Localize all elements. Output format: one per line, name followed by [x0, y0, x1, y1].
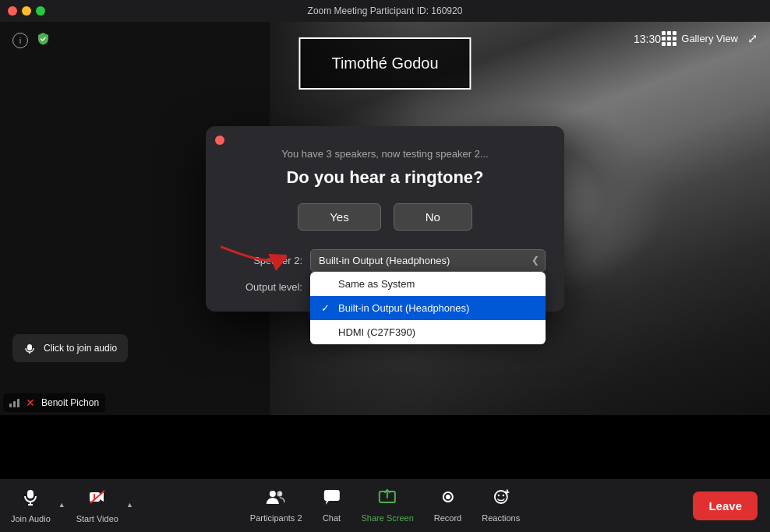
toolbar: Join Audio ▲ Start Video ▲: [0, 479, 770, 532]
audio-test-dialog: You have 3 speakers, now testing speaker…: [206, 126, 564, 312]
chat-label: Chat: [323, 513, 341, 523]
dropdown-item-builtin[interactable]: ✓ Built-in Output (Headphones): [310, 296, 546, 320]
participants-count: 2: [297, 513, 302, 523]
audio-popup[interactable]: Click to join audio: [12, 334, 128, 362]
output-label: Output level:: [224, 281, 302, 293]
start-video-label: Start Video: [76, 514, 118, 523]
svg-point-18: [502, 495, 503, 496]
dialog-close-dot[interactable]: [215, 136, 224, 145]
reactions-icon: [492, 488, 510, 510]
video-icon: [88, 488, 107, 511]
signal-bar-2: [13, 401, 16, 407]
dropdown-item-hdmi[interactable]: HDMI (C27F390): [310, 320, 546, 344]
dialog-buttons: Yes No: [224, 203, 546, 231]
participants-button[interactable]: 2 Participants 2: [242, 482, 310, 529]
svg-text:2: 2: [279, 491, 282, 496]
svg-point-16: [495, 491, 507, 503]
svg-point-9: [270, 491, 276, 497]
record-icon: [439, 488, 457, 510]
leave-button[interactable]: Leave: [693, 491, 758, 520]
user-display-name: Benoit Pichon: [41, 397, 99, 408]
share-screen-button[interactable]: Share Screen: [354, 482, 422, 529]
dialog-title: Do you hear a ringtone?: [224, 167, 546, 188]
toolbar-right: Leave: [693, 491, 758, 520]
share-screen-icon: [378, 488, 397, 510]
speaker-dropdown[interactable]: Same as System ✓ Built-in Output (Headph…: [310, 272, 546, 344]
join-audio-group: Join Audio ▲: [3, 481, 65, 530]
signal-bar-1: [9, 403, 12, 407]
checkmark-selected: ✓: [321, 302, 332, 314]
title-bar: Zoom Meeting Participant ID: 160920: [0, 0, 770, 22]
join-audio-button[interactable]: Join Audio: [3, 481, 58, 530]
signal-bars: [9, 399, 19, 407]
dropdown-option-2: Built-in Output (Headphones): [338, 302, 469, 314]
svg-rect-1: [27, 344, 32, 351]
participants-label: Participants 2: [250, 513, 302, 523]
join-audio-label: Join Audio: [11, 514, 51, 523]
no-button[interactable]: No: [394, 203, 472, 231]
svg-rect-3: [27, 490, 34, 499]
toolbar-left: Join Audio ▲ Start Video ▲: [3, 481, 133, 530]
svg-rect-12: [324, 490, 340, 501]
start-video-button[interactable]: Start Video: [69, 481, 126, 530]
audio-popup-icon: [23, 342, 36, 354]
yes-button[interactable]: Yes: [298, 203, 380, 231]
window-title: Zoom Meeting Participant ID: 160920: [308, 5, 463, 16]
speaker-select-display[interactable]: Built-in Output (Headphones): [310, 249, 546, 272]
chat-icon: [323, 488, 341, 510]
reactions-button[interactable]: Reactions: [474, 482, 528, 529]
reactions-label: Reactions: [482, 513, 520, 523]
share-screen-label: Share Screen: [362, 513, 414, 523]
start-video-chevron[interactable]: ▲: [126, 501, 133, 510]
speaker-row: Speaker 2: Built-in Output (Headphones) …: [224, 249, 546, 272]
start-video-group: Start Video ▲: [69, 481, 133, 530]
chat-button[interactable]: Chat: [315, 482, 349, 529]
user-info: ✕ Benoit Pichon: [3, 393, 105, 412]
svg-point-17: [497, 495, 499, 496]
minimize-button[interactable]: [22, 6, 31, 16]
arrow-indicator: [217, 243, 287, 277]
video-area: Timothé Godou i 13:30 Gallery View ⤢ You…: [0, 22, 770, 415]
speaker-select-container[interactable]: Built-in Output (Headphones) ❮ Same as S…: [310, 249, 546, 272]
audio-icon: [21, 488, 40, 511]
close-button[interactable]: [8, 6, 17, 16]
svg-point-15: [446, 495, 450, 499]
dialog-subtitle: You have 3 speakers, now testing speaker…: [224, 148, 546, 160]
join-audio-chevron[interactable]: ▲: [58, 501, 65, 510]
dropdown-item-same-as-system[interactable]: Same as System: [310, 272, 546, 296]
toolbar-center: 2 Participants 2 Chat: [242, 482, 528, 529]
audio-popup-text: Click to join audio: [44, 343, 117, 354]
traffic-lights: [8, 6, 45, 16]
participants-icon: 2: [266, 488, 286, 510]
participants-text: Participants: [250, 513, 295, 523]
maximize-button[interactable]: [36, 6, 45, 16]
record-label: Record: [434, 513, 461, 523]
mute-icon: ✕: [26, 396, 35, 409]
selected-option: Built-in Output (Headphones): [319, 255, 450, 266]
dropdown-option-1: Same as System: [338, 278, 415, 290]
record-button[interactable]: Record: [426, 482, 469, 529]
signal-bar-3: [17, 399, 19, 407]
dropdown-option-3: HDMI (C27F390): [338, 326, 415, 338]
